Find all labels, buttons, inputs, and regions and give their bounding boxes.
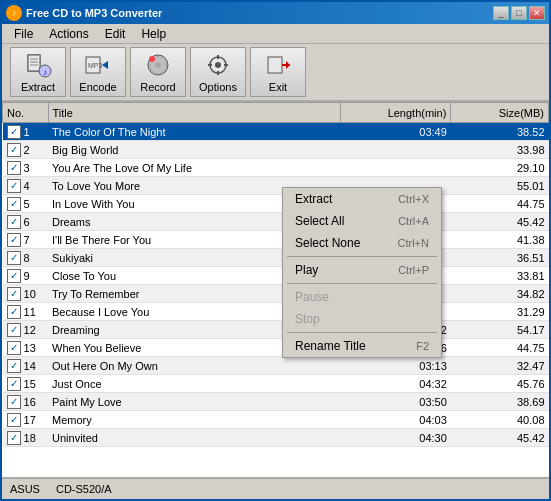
table-row[interactable]: ✓ 10Try To Remember34.82 bbox=[3, 285, 549, 303]
status-device: ASUS bbox=[10, 483, 40, 495]
row-size: 45.42 bbox=[451, 429, 549, 447]
row-checkbox[interactable]: ✓ bbox=[7, 197, 21, 211]
row-checkbox[interactable]: ✓ bbox=[7, 215, 21, 229]
row-checkbox[interactable]: ✓ bbox=[7, 341, 21, 355]
svg-text:♪: ♪ bbox=[43, 68, 47, 77]
context-menu-item-pause: Pause bbox=[283, 286, 441, 308]
extract-button[interactable]: ♪ Extract bbox=[10, 47, 66, 97]
menu-edit[interactable]: Edit bbox=[97, 25, 134, 43]
close-button[interactable]: ✕ bbox=[529, 6, 545, 20]
row-title: Out Here On My Own bbox=[48, 357, 341, 375]
table-row[interactable]: ✓ 12Dreaming05:2254.17 bbox=[3, 321, 549, 339]
row-size: 40.08 bbox=[451, 411, 549, 429]
row-checkbox[interactable]: ✓ bbox=[7, 413, 21, 427]
table-row[interactable]: ✓ 18Uninvited04:3045.42 bbox=[3, 429, 549, 447]
encode-icon: MP3 bbox=[84, 51, 112, 79]
table-row[interactable]: ✓ 15Just Once04:3245.76 bbox=[3, 375, 549, 393]
row-length: 03:50 bbox=[341, 393, 451, 411]
table-row[interactable]: ✓ 3You Are The Love Of My Life29.10 bbox=[3, 159, 549, 177]
menu-actions[interactable]: Actions bbox=[41, 25, 96, 43]
exit-label: Exit bbox=[269, 81, 287, 93]
menu-help[interactable]: Help bbox=[133, 25, 174, 43]
row-checkbox[interactable]: ✓ bbox=[7, 179, 21, 193]
ctx-item-label: Select All bbox=[295, 214, 344, 228]
row-checkbox[interactable]: ✓ bbox=[7, 161, 21, 175]
row-checkbox[interactable]: ✓ bbox=[7, 251, 21, 265]
row-size: 34.82 bbox=[451, 285, 549, 303]
table-row[interactable]: ✓ 11Because I Love You31.29 bbox=[3, 303, 549, 321]
row-length: 03:13 bbox=[341, 357, 451, 375]
table-row[interactable]: ✓ 17Memory04:0340.08 bbox=[3, 411, 549, 429]
table-row[interactable]: ✓ 4To Love You More55.01 bbox=[3, 177, 549, 195]
ctx-item-label: Stop bbox=[295, 312, 320, 326]
header-no: No. bbox=[3, 103, 49, 123]
ctx-item-shortcut: Ctrl+X bbox=[398, 193, 429, 205]
row-checkbox[interactable]: ✓ bbox=[7, 377, 21, 391]
table-row[interactable]: ✓ 6Dreams45.42 bbox=[3, 213, 549, 231]
row-number: ✓ 17 bbox=[3, 411, 49, 429]
row-checkbox[interactable]: ✓ bbox=[7, 431, 21, 445]
main-window: ♪ Free CD to MP3 Converter _ □ ✕ File Ac… bbox=[0, 0, 551, 501]
maximize-button[interactable]: □ bbox=[511, 6, 527, 20]
window-controls: _ □ ✕ bbox=[493, 6, 545, 20]
table-row[interactable]: ✓ 5In Love With You44.75 bbox=[3, 195, 549, 213]
options-label: Options bbox=[199, 81, 237, 93]
context-menu-item-extract[interactable]: ExtractCtrl+X bbox=[283, 188, 441, 210]
row-checkbox[interactable]: ✓ bbox=[7, 269, 21, 283]
row-checkbox[interactable]: ✓ bbox=[7, 323, 21, 337]
menu-file[interactable]: File bbox=[6, 25, 41, 43]
encode-button[interactable]: MP3 Encode bbox=[70, 47, 126, 97]
row-number: ✓ 14 bbox=[3, 357, 49, 375]
context-menu-item-select-all[interactable]: Select AllCtrl+A bbox=[283, 210, 441, 232]
table-row[interactable]: ✓ 13When You Believe04:2644.75 bbox=[3, 339, 549, 357]
row-number: ✓ 7 bbox=[3, 231, 49, 249]
row-checkbox[interactable]: ✓ bbox=[7, 305, 21, 319]
exit-icon bbox=[264, 51, 292, 79]
row-checkbox[interactable]: ✓ bbox=[7, 287, 21, 301]
row-number: ✓ 15 bbox=[3, 375, 49, 393]
options-button[interactable]: Options bbox=[190, 47, 246, 97]
row-number: ✓ 5 bbox=[3, 195, 49, 213]
row-checkbox[interactable]: ✓ bbox=[7, 233, 21, 247]
row-size: 44.75 bbox=[451, 195, 549, 213]
svg-point-11 bbox=[155, 62, 161, 68]
row-number: ✓ 2 bbox=[3, 141, 49, 159]
extract-icon: ♪ bbox=[24, 51, 52, 79]
table-row[interactable]: ✓ 9Close To You33.81 bbox=[3, 267, 549, 285]
context-menu-item-select-none[interactable]: Select NoneCtrl+N bbox=[283, 232, 441, 254]
content-area: No. Title Length(min) Size(MB) ✓ 1The Co… bbox=[2, 102, 549, 477]
svg-point-15 bbox=[215, 62, 221, 68]
row-title: Paint My Love bbox=[48, 393, 341, 411]
row-size: 31.29 bbox=[451, 303, 549, 321]
row-number: ✓ 8 bbox=[3, 249, 49, 267]
row-length: 04:32 bbox=[341, 375, 451, 393]
minimize-button[interactable]: _ bbox=[493, 6, 509, 20]
table-row[interactable]: ✓ 1The Color Of The Night03:4938.52 bbox=[3, 123, 549, 141]
exit-button[interactable]: Exit bbox=[250, 47, 306, 97]
row-number: ✓ 1 bbox=[3, 123, 49, 141]
table-row[interactable]: ✓ 2Big Big World33.98 bbox=[3, 141, 549, 159]
row-title: Uninvited bbox=[48, 429, 341, 447]
record-button[interactable]: Record bbox=[130, 47, 186, 97]
svg-marker-9 bbox=[102, 61, 108, 69]
row-number: ✓ 12 bbox=[3, 321, 49, 339]
row-title: You Are The Love Of My Life bbox=[48, 159, 341, 177]
row-title: Big Big World bbox=[48, 141, 341, 159]
context-menu-item-rename-title[interactable]: Rename TitleF2 bbox=[283, 335, 441, 357]
row-length bbox=[341, 159, 451, 177]
table-row[interactable]: ✓ 8Sukiyaki36.51 bbox=[3, 249, 549, 267]
row-size: 32.47 bbox=[451, 357, 549, 375]
table-row[interactable]: ✓ 16Paint My Love03:5038.69 bbox=[3, 393, 549, 411]
row-number: ✓ 16 bbox=[3, 393, 49, 411]
row-checkbox[interactable]: ✓ bbox=[7, 125, 21, 139]
row-checkbox[interactable]: ✓ bbox=[7, 359, 21, 373]
row-title: Memory bbox=[48, 411, 341, 429]
row-checkbox[interactable]: ✓ bbox=[7, 395, 21, 409]
row-checkbox[interactable]: ✓ bbox=[7, 143, 21, 157]
row-size: 44.75 bbox=[451, 339, 549, 357]
table-row[interactable]: ✓ 7I'll Be There For You41.38 bbox=[3, 231, 549, 249]
table-row[interactable]: ✓ 14Out Here On My Own03:1332.47 bbox=[3, 357, 549, 375]
context-menu-item-play[interactable]: PlayCtrl+P bbox=[283, 259, 441, 281]
row-number: ✓ 9 bbox=[3, 267, 49, 285]
svg-text:MP3: MP3 bbox=[88, 62, 103, 69]
